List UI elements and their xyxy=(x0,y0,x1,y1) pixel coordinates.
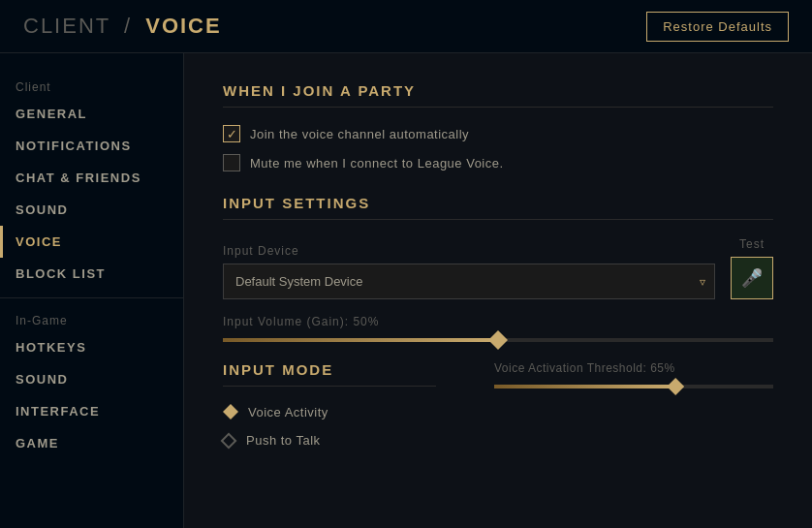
threshold-slider-fill xyxy=(494,385,675,388)
mute-label: Mute me when I connect to League Voice. xyxy=(250,156,504,171)
push-to-talk-radio-row[interactable]: Push to Talk xyxy=(223,433,436,448)
sidebar-item-voice[interactable]: VOICE xyxy=(0,226,183,258)
push-to-talk-label: Push to Talk xyxy=(246,433,321,448)
input-mode-left: INPUT MODE Voice Activity Push to Talk xyxy=(223,361,436,461)
threshold-label: Voice Activation Threshold: 65% xyxy=(494,361,773,375)
voice-activity-radio-row[interactable]: Voice Activity xyxy=(223,404,436,419)
input-mode-right: Voice Activation Threshold: 65% xyxy=(494,361,773,461)
volume-slider-thumb[interactable] xyxy=(488,330,508,350)
sidebar: Client GENERAL NOTIFICATIONS CHAT & FRIE… xyxy=(0,53,184,528)
device-select-wrapper: Default System Device ▿ xyxy=(223,264,715,299)
restore-defaults-button[interactable]: Restore Defaults xyxy=(646,12,789,42)
threshold-slider-track[interactable] xyxy=(494,385,773,388)
header: CLIENT / VOICE Restore Defaults xyxy=(0,0,812,53)
sidebar-item-hotkeys[interactable]: HOTKEYS xyxy=(0,331,183,363)
join-voice-row[interactable]: ✓ Join the voice channel automatically xyxy=(223,125,773,142)
party-section-title: WHEN I JOIN A PARTY xyxy=(223,82,773,108)
test-group: Test 🎤 xyxy=(731,237,773,299)
main-layout: Client GENERAL NOTIFICATIONS CHAT & FRIE… xyxy=(0,53,812,528)
checkmark-icon: ✓ xyxy=(227,128,237,140)
microphone-icon: 🎤 xyxy=(741,267,763,289)
sidebar-item-sound-ingame[interactable]: SOUND xyxy=(0,363,183,395)
voice-activity-radio[interactable] xyxy=(223,404,238,419)
content-area: WHEN I JOIN A PARTY ✓ Join the voice cha… xyxy=(184,53,812,528)
sidebar-item-game[interactable]: GAME xyxy=(0,427,183,459)
volume-slider-fill xyxy=(223,338,498,342)
input-device-row: Input Device Default System Device ▿ Tes… xyxy=(223,237,773,299)
sidebar-divider xyxy=(0,297,183,298)
mute-row[interactable]: Mute me when I connect to League Voice. xyxy=(223,154,773,171)
sidebar-item-chat-friends[interactable]: CHAT & FRIENDS xyxy=(0,162,183,194)
sidebar-item-sound[interactable]: SOUND xyxy=(0,194,183,226)
sidebar-section-ingame: In-Game xyxy=(0,306,183,331)
join-voice-checkbox[interactable]: ✓ xyxy=(223,125,240,142)
breadcrumb-voice: VOICE xyxy=(145,14,221,38)
volume-slider-row: Input Volume (Gain): 50% xyxy=(223,315,773,342)
input-mode-title: INPUT MODE xyxy=(223,361,436,387)
sidebar-item-notifications[interactable]: NOTIFICATIONS xyxy=(0,130,183,162)
join-voice-label: Join the voice channel automatically xyxy=(250,127,469,141)
test-mic-button[interactable]: 🎤 xyxy=(731,257,773,299)
voice-activity-label: Voice Activity xyxy=(248,405,328,419)
input-mode-section: INPUT MODE Voice Activity Push to Talk V… xyxy=(223,361,773,461)
input-settings-title: INPUT SETTINGS xyxy=(223,195,773,220)
push-to-talk-radio[interactable] xyxy=(221,432,237,449)
breadcrumb-client: CLIENT xyxy=(23,14,110,38)
sidebar-section-client: Client xyxy=(0,73,183,98)
input-settings-section: INPUT SETTINGS Input Device Default Syst… xyxy=(223,195,773,342)
input-device-label: Input Device xyxy=(223,244,715,258)
page-title: CLIENT / VOICE xyxy=(23,14,222,39)
device-select[interactable]: Default System Device xyxy=(223,264,715,299)
volume-slider-track[interactable] xyxy=(223,338,773,342)
input-device-group: Input Device Default System Device ▿ xyxy=(223,244,715,299)
breadcrumb-slash: / xyxy=(124,14,132,38)
threshold-slider-thumb[interactable] xyxy=(667,378,684,395)
volume-label: Input Volume (Gain): 50% xyxy=(223,315,773,328)
sidebar-item-general[interactable]: GENERAL xyxy=(0,98,183,130)
sidebar-item-block-list[interactable]: BLOCK LIST xyxy=(0,258,183,290)
test-label: Test xyxy=(739,237,765,251)
sidebar-item-interface[interactable]: INTERFACE xyxy=(0,395,183,427)
mute-checkbox[interactable] xyxy=(223,154,240,171)
